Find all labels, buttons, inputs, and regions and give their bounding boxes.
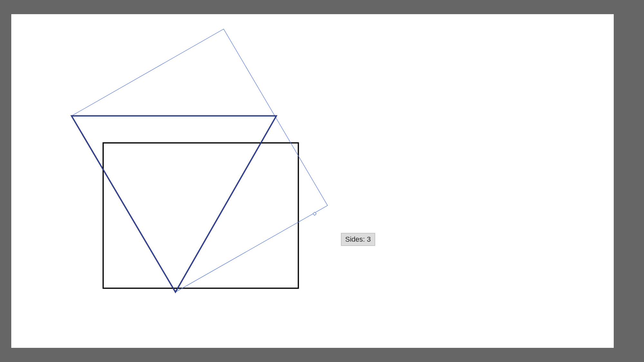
selection-bounding-box [71, 29, 327, 292]
drawing-canvas[interactable] [11, 14, 614, 348]
selection-handle[interactable] [313, 212, 317, 215]
rectangle-shape[interactable] [103, 143, 298, 288]
artboard[interactable]: Sides: 3 [11, 14, 614, 348]
sides-tooltip: Sides: 3 [341, 233, 375, 246]
sides-tooltip-label: Sides: 3 [345, 235, 371, 243]
